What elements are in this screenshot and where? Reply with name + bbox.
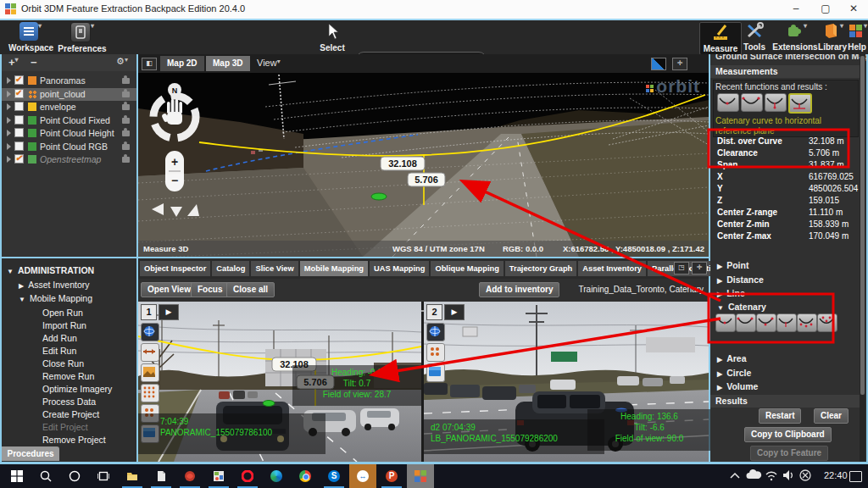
map-3d-view[interactable]: ◧ Map 2D Map 3D View▾ ✛ — [138, 54, 709, 257]
expand-icon[interactable] — [7, 77, 11, 84]
visibility-checkbox[interactable] — [14, 141, 24, 151]
catenary-tool-icon-3[interactable] — [756, 313, 776, 332]
skype-button[interactable]: S — [320, 464, 348, 488]
catenary-tool-icon-1[interactable] — [715, 313, 736, 332]
edge-button[interactable] — [263, 464, 290, 488]
visibility-checkbox[interactable]: ✔ — [14, 89, 24, 98]
expand-icon[interactable] — [7, 117, 11, 124]
admin-root-node[interactable]: ▼ADMINISTRATION — [7, 265, 94, 275]
pano1-sphere-icon[interactable] — [141, 323, 159, 341]
dataset-row-panoramas[interactable]: ✔Panoramas — [2, 75, 136, 87]
minimize-button[interactable]: – — [783, 1, 809, 17]
admin-item-remove-run[interactable]: Remove Run — [42, 371, 94, 381]
collapse-sidebar-icon[interactable]: ◧ — [142, 58, 157, 70]
tab-map-2d[interactable]: Map 2D — [160, 56, 204, 71]
file-explorer-button[interactable] — [119, 464, 146, 488]
pano2-play-button[interactable]: ▶ — [444, 304, 465, 320]
catenary-2pt-function-icon[interactable] — [741, 93, 763, 112]
start-button[interactable] — [3, 464, 31, 488]
pane-layout-icon[interactable]: ◳ — [674, 262, 689, 274]
section-distance[interactable]: ▶Distance — [717, 274, 764, 285]
dataset-row-point-cloud[interactable]: ✔point_cloud — [2, 88, 136, 101]
section-point[interactable]: ▶Point — [717, 260, 748, 270]
taskbar-search-button[interactable] — [32, 464, 59, 488]
section-volume[interactable]: ▶Volume — [717, 381, 758, 391]
visibility-checkbox[interactable]: ✔ — [14, 75, 24, 85]
volume-icon[interactable] — [783, 470, 792, 480]
map-navigation-widget[interactable]: N + − — [145, 80, 204, 228]
add-to-inventory-button[interactable]: Add to inventory — [479, 282, 559, 297]
admin-item-import-run[interactable]: Import Run — [42, 320, 86, 330]
visibility-checkbox[interactable] — [14, 128, 24, 137]
visibility-checkbox[interactable] — [14, 102, 24, 111]
map-app-button[interactable] — [205, 464, 232, 488]
powerpoint-button[interactable]: P — [378, 464, 405, 488]
restart-button[interactable]: Restart — [759, 408, 801, 424]
tab-asset-inventory[interactable]: Asset Inventory — [578, 261, 646, 276]
admin-item-close-run[interactable]: Close Run — [42, 358, 84, 369]
catenary-tool-icon-2[interactable] — [736, 313, 756, 332]
opera-button[interactable] — [234, 464, 261, 488]
admin-item-edit-run[interactable]: Edit Run — [42, 346, 76, 356]
procedures-tab[interactable]: Procedures — [2, 446, 59, 461]
pane-fullscreen-icon[interactable]: ✛ — [692, 262, 707, 274]
admin-item-create-project[interactable]: Create Project — [42, 409, 99, 419]
map-overview-icon[interactable] — [651, 58, 666, 70]
section-line[interactable]: ▶Line — [717, 288, 745, 298]
red-app-button[interactable] — [176, 464, 203, 488]
pano1-pan-mode-icon[interactable] — [141, 343, 159, 362]
admin-mobile-mapping-node[interactable]: ▼Mobile Mapping — [19, 293, 92, 303]
catenary-tool-icon-5[interactable] — [797, 313, 817, 332]
pano1-grid-icon[interactable] — [141, 384, 159, 402]
tab-uas-mapping[interactable]: UAS Mapping — [370, 261, 429, 276]
tab-object-inspector[interactable]: Object Inspector — [140, 261, 210, 276]
pano1-play-button[interactable]: ▶ — [159, 304, 179, 320]
teamviewer-button[interactable]: ↔ — [349, 464, 376, 488]
cortana-button[interactable] — [61, 464, 88, 488]
catenary-point-function-icon[interactable] — [717, 93, 739, 112]
dataset-row-pc-height[interactable]: Point Cloud Height — [2, 127, 136, 140]
catenary-horizontal-function-icon[interactable] — [788, 93, 812, 114]
document-app-button[interactable] — [147, 464, 175, 488]
onedrive-icon[interactable] — [747, 469, 762, 479]
tab-mobile-mapping[interactable]: Mobile Mapping — [300, 261, 368, 276]
remove-dataset-button[interactable]: − — [31, 56, 37, 69]
pano2-screen-icon[interactable] — [426, 363, 445, 382]
tab-trajectory-graph[interactable]: Trajectory Graph — [505, 261, 576, 276]
action-center-icon[interactable] — [849, 471, 862, 482]
open-view-button[interactable]: Open View — [141, 282, 198, 297]
fullscreen-icon[interactable]: ✛ — [672, 58, 687, 70]
section-area[interactable]: ▶Area — [717, 353, 747, 363]
catenary-vertical-function-icon[interactable] — [765, 93, 787, 112]
tools-button[interactable]: Tools — [739, 22, 770, 52]
visibility-checkbox[interactable]: ✔ — [14, 154, 24, 164]
maximize-button[interactable]: ▢ — [813, 1, 838, 17]
tab-map-3d[interactable]: Map 3D — [206, 56, 250, 71]
visibility-checkbox[interactable] — [14, 115, 24, 125]
chrome-button[interactable] — [292, 464, 319, 488]
tray-chevron-icon[interactable] — [731, 474, 739, 478]
add-dataset-button[interactable]: +▾ — [8, 56, 19, 69]
admin-item-optimize-imagery[interactable]: Optimize Imagery — [42, 384, 112, 394]
section-catenary[interactable]: ▼Catenary — [717, 302, 766, 312]
expand-icon[interactable] — [7, 103, 11, 110]
extensions-button[interactable]: ▾ Extensions — [771, 22, 819, 52]
expand-icon[interactable] — [7, 143, 11, 150]
measurements-scrollbar[interactable] — [860, 54, 865, 462]
copy-to-clipboard-button[interactable]: Copy to Clipboard — [744, 427, 832, 442]
wifi-icon[interactable] — [766, 472, 776, 480]
tab-oblique-mapping[interactable]: Oblique Mapping — [431, 261, 503, 276]
admin-asset-inventory-node[interactable]: ▶Asset Inventory — [19, 280, 90, 290]
preferences-button[interactable]: ▾ Preferences — [58, 22, 107, 53]
orbit-taskbar-button[interactable] — [407, 464, 434, 488]
close-button[interactable]: ✕ — [841, 1, 866, 17]
measure-button[interactable]: Measure — [699, 22, 742, 55]
dataset-row-openstreetmap[interactable]: ✔Openstreetmap — [2, 153, 136, 166]
task-view-button[interactable] — [90, 464, 117, 488]
point-cloud-scene[interactable]: 32.108 5.706 — [138, 73, 709, 257]
admin-item-open-run[interactable]: Open Run — [42, 308, 83, 318]
focus-button[interactable]: Focus — [191, 282, 229, 297]
admin-item-process-data[interactable]: Process Data — [42, 396, 96, 407]
library-button[interactable]: ▾ Library — [815, 22, 849, 52]
dataset-row-envelope[interactable]: envelope — [2, 101, 136, 114]
